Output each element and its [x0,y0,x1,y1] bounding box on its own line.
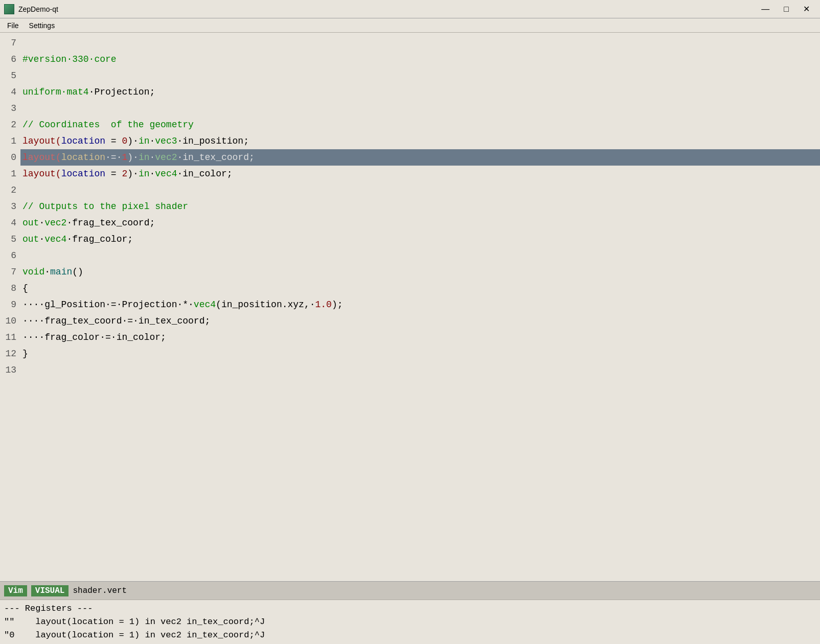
title-bar-buttons: — □ ✕ [755,2,816,16]
menu-settings[interactable]: Settings [24,20,60,31]
cmd-line-0: --- Registers --- [4,602,816,615]
code-container: 7654321012345678910111213 #version·330·c… [0,35,820,579]
editor-area: 7654321012345678910111213 #version·330·c… [0,33,820,581]
menu-bar: File Settings [0,18,820,33]
cmd-area: --- Registers ---"" layout(location = 1)… [0,600,820,644]
code-lines[interactable]: #version·330·coreuniform·mat4·Projection… [20,35,820,579]
code-line-3: uniform·mat4·Projection; [20,84,820,100]
minimize-button[interactable]: — [755,2,776,16]
line-number-10: 3 [2,198,20,215]
title-bar: ZepDemo-qt — □ ✕ [0,0,820,18]
line-number-2: 5 [2,67,20,84]
line-number-13: 6 [2,247,20,264]
code-line-14: void·main() [20,264,820,280]
code-line-15: { [20,280,820,296]
code-line-11: out·vec2·frag_tex_coord; [20,215,820,231]
code-line-7: layout(location·=·1)·in·vec2·in_tex_coor… [20,149,820,166]
line-number-5: 2 [2,117,20,133]
line-number-17: 10 [2,313,20,329]
code-line-10: // Outputs to the pixel shader [20,198,820,215]
line-number-6: 1 [2,133,20,149]
close-button[interactable]: ✕ [797,2,816,16]
line-numbers: 7654321012345678910111213 [0,35,20,579]
code-line-13 [20,247,820,264]
vim-mode-indicator: Vim [4,585,27,596]
line-number-19: 12 [2,346,20,362]
line-number-0: 7 [2,35,20,51]
line-number-20: 13 [2,362,20,378]
line-number-12: 5 [2,231,20,247]
app-icon [4,4,14,14]
code-line-1: #version·330·core [20,51,820,67]
code-line-17: ····frag_tex_coord·=·in_tex_coord; [20,313,820,329]
maximize-button[interactable]: □ [778,2,795,16]
line-number-1: 6 [2,51,20,67]
code-line-5: // Coordinates of the geometry [20,117,820,133]
line-number-4: 3 [2,100,20,117]
code-line-19: } [20,346,820,362]
line-number-3: 4 [2,84,20,100]
cmd-line-1: "" layout(location = 1) in vec2 in_tex_c… [4,615,816,629]
visual-mode-indicator: VISUAL [31,585,69,596]
code-line-8: layout(location = 2)·in·vec4·in_color; [20,166,820,182]
code-line-12: out·vec4·frag_color; [20,231,820,247]
menu-file[interactable]: File [2,20,24,31]
code-line-4 [20,100,820,117]
status-filename: shader.vert [73,586,127,595]
window-title: ZepDemo-qt [18,5,58,13]
line-number-14: 7 [2,264,20,280]
line-number-9: 2 [2,182,20,198]
code-line-2 [20,67,820,84]
code-line-16: ····gl_Position·=·Projection·*·vec4(in_p… [20,296,820,313]
cmd-line-2: "0 layout(location = 1) in vec2 in_tex_c… [4,629,816,642]
line-number-16: 9 [2,296,20,313]
code-line-6: layout(location = 0)·in·vec3·in_position… [20,133,820,149]
code-line-9 [20,182,820,198]
line-number-7: 0 [2,149,20,166]
line-number-8: 1 [2,166,20,182]
code-line-20 [20,362,820,378]
status-bar: Vim VISUAL shader.vert [0,581,820,600]
code-line-18: ····frag_color·=·in_color; [20,329,820,346]
line-number-18: 11 [2,329,20,346]
line-number-11: 4 [2,215,20,231]
title-bar-left: ZepDemo-qt [4,4,58,14]
line-number-15: 8 [2,280,20,296]
code-line-0 [20,35,820,51]
